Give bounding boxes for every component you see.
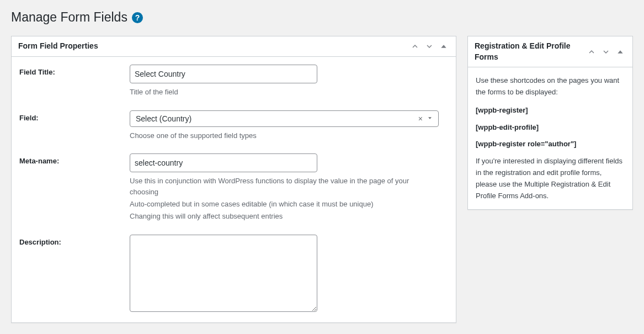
- panel-title: Form Field Properties: [18, 41, 98, 52]
- move-down-icon[interactable]: [424, 41, 435, 52]
- description-label: Description:: [19, 235, 130, 246]
- field-title-helper: Title of the field: [130, 87, 439, 98]
- svg-marker-0: [441, 45, 446, 47]
- shortcode-register: [wppb-register]: [476, 105, 625, 116]
- toggle-panel-icon[interactable]: [438, 41, 449, 52]
- description-textarea[interactable]: [130, 235, 317, 312]
- field-title-label: Field Title:: [19, 65, 130, 76]
- svg-marker-2: [618, 50, 622, 53]
- field-type-value: Select (Country): [136, 114, 191, 123]
- field-type-helper: Choose one of the supported field types: [130, 130, 439, 141]
- dropdown-arrow-icon[interactable]: [427, 115, 433, 123]
- side-intro-text: Use these shortcodes on the pages you wa…: [476, 75, 625, 98]
- registration-forms-panel: Registration & Edit Profile Forms Use th…: [467, 36, 633, 210]
- help-icon[interactable]: ?: [132, 12, 143, 23]
- toggle-panel-icon[interactable]: [615, 46, 626, 57]
- svg-marker-1: [428, 117, 432, 119]
- move-down-icon[interactable]: [600, 46, 611, 57]
- meta-name-helper-2: Auto-completed but in some cases editabl…: [130, 199, 439, 210]
- form-field-properties-panel: Form Field Properties Field Title:: [11, 36, 456, 323]
- side-footer-text: If you're interested in displaying diffe…: [476, 156, 625, 202]
- meta-name-input[interactable]: [130, 153, 317, 172]
- field-title-input[interactable]: [130, 65, 317, 83]
- move-up-icon[interactable]: [586, 46, 597, 57]
- meta-name-label: Meta-name:: [19, 153, 130, 165]
- move-up-icon[interactable]: [409, 41, 421, 52]
- field-type-select[interactable]: Select (Country) ×: [130, 110, 439, 127]
- page-title: Manage Form Fields: [11, 10, 127, 25]
- shortcode-edit-profile: [wppb-edit-profile]: [476, 122, 625, 134]
- side-panel-title: Registration & Edit Profile Forms: [475, 41, 574, 62]
- clear-icon[interactable]: ×: [418, 114, 423, 123]
- field-type-label: Field:: [19, 110, 130, 122]
- shortcode-register-role: [wppb-register role="author"]: [476, 139, 625, 150]
- meta-name-helper-3: Changing this will only affect subsequen…: [130, 211, 439, 222]
- meta-name-helper-1: Use this in conjunction with WordPress f…: [130, 176, 439, 198]
